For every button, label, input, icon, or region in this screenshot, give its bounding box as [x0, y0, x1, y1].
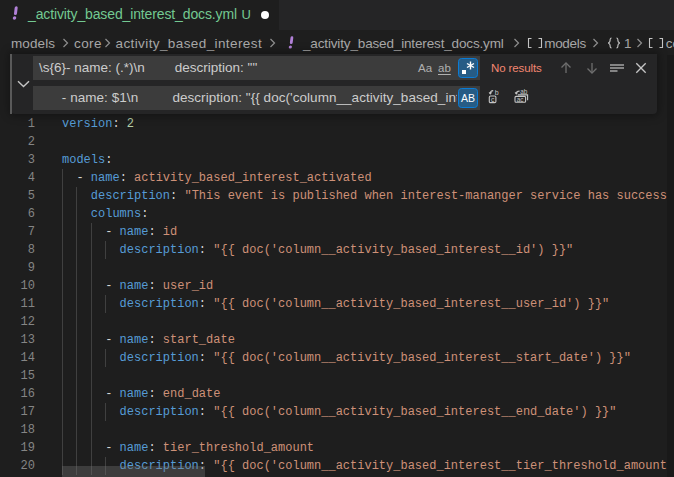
svg-text:ac: ac	[516, 96, 524, 103]
svg-text:ab: ab	[520, 89, 528, 95]
svg-text:b: b	[495, 89, 499, 96]
svg-text:c: c	[491, 96, 495, 103]
